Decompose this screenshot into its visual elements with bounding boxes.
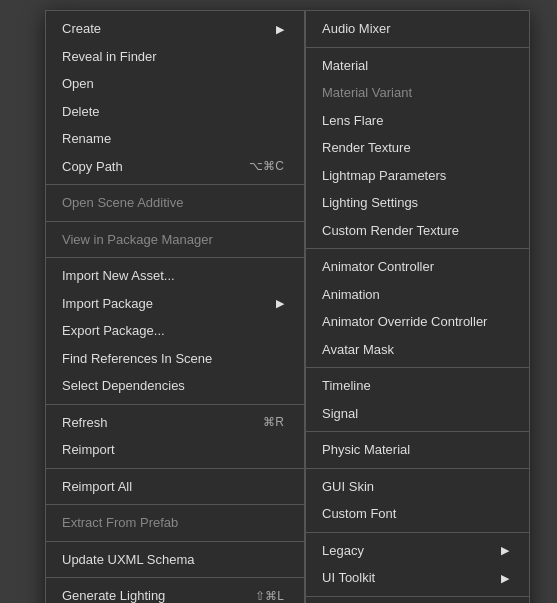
- refresh-shortcut: ⌘R: [263, 413, 284, 431]
- menu-item-extract-from-prefab: Extract From Prefab: [46, 509, 304, 537]
- menu-item-lightmap-parameters[interactable]: Lightmap Parameters: [306, 162, 529, 190]
- menu-item-ui-toolkit[interactable]: UI Toolkit ▶: [306, 564, 529, 592]
- render-texture-label: Render Texture: [322, 138, 411, 158]
- menu-item-import-package[interactable]: Import Package ▶: [46, 290, 304, 318]
- material-label: Material: [322, 56, 368, 76]
- separator-8: [46, 577, 304, 578]
- separator-3: [46, 257, 304, 258]
- menu-item-reveal-finder[interactable]: Reveal in Finder: [46, 43, 304, 71]
- menu-item-create[interactable]: Create ▶: [46, 15, 304, 43]
- menu-item-select-dependencies[interactable]: Select Dependencies: [46, 372, 304, 400]
- menu-item-material[interactable]: Material: [306, 52, 529, 80]
- right-separator-2: [306, 248, 529, 249]
- gui-skin-label: GUI Skin: [322, 477, 374, 497]
- reimport-all-label: Reimport All: [62, 477, 132, 497]
- menu-item-legacy[interactable]: Legacy ▶: [306, 537, 529, 565]
- separator-4: [46, 404, 304, 405]
- material-variant-label: Material Variant: [322, 83, 412, 103]
- import-new-asset-label: Import New Asset...: [62, 266, 175, 286]
- animator-controller-label: Animator Controller: [322, 257, 434, 277]
- menu-item-material-variant: Material Variant: [306, 79, 529, 107]
- right-separator-3: [306, 367, 529, 368]
- reimport-label: Reimport: [62, 440, 115, 460]
- menu-item-signal[interactable]: Signal: [306, 400, 529, 428]
- menu-item-rename[interactable]: Rename: [46, 125, 304, 153]
- lightmap-parameters-label: Lightmap Parameters: [322, 166, 446, 186]
- open-label: Open: [62, 74, 94, 94]
- select-dependencies-label: Select Dependencies: [62, 376, 185, 396]
- menu-item-lens-flare[interactable]: Lens Flare: [306, 107, 529, 135]
- menu-item-update-uxml[interactable]: Update UXML Schema: [46, 546, 304, 574]
- signal-label: Signal: [322, 404, 358, 424]
- menu-item-open[interactable]: Open: [46, 70, 304, 98]
- menu-item-lighting-settings[interactable]: Lighting Settings: [306, 189, 529, 217]
- context-menu-container: Create ▶ Reveal in Finder Open Delete Re…: [45, 10, 530, 603]
- avatar-mask-label: Avatar Mask: [322, 340, 394, 360]
- audio-mixer-label: Audio Mixer: [322, 19, 391, 39]
- copy-path-shortcut: ⌥⌘C: [249, 157, 284, 175]
- menu-item-animator-override[interactable]: Animator Override Controller: [306, 308, 529, 336]
- animator-override-label: Animator Override Controller: [322, 312, 487, 332]
- menu-item-reimport-all[interactable]: Reimport All: [46, 473, 304, 501]
- lens-flare-label: Lens Flare: [322, 111, 383, 131]
- create-label: Create: [62, 19, 101, 39]
- menu-item-view-package: View in Package Manager: [46, 226, 304, 254]
- right-separator-1: [306, 47, 529, 48]
- separator-5: [46, 468, 304, 469]
- menu-item-delete[interactable]: Delete: [46, 98, 304, 126]
- menu-item-physic-material[interactable]: Physic Material: [306, 436, 529, 464]
- import-package-arrow: ▶: [276, 295, 284, 312]
- export-package-label: Export Package...: [62, 321, 165, 341]
- menu-item-copy-path[interactable]: Copy Path ⌥⌘C: [46, 153, 304, 181]
- custom-font-label: Custom Font: [322, 504, 396, 524]
- extract-from-prefab-label: Extract From Prefab: [62, 513, 178, 533]
- menu-item-audio-mixer[interactable]: Audio Mixer: [306, 15, 529, 43]
- ui-toolkit-label: UI Toolkit: [322, 568, 375, 588]
- menu-item-open-scene-additive: Open Scene Additive: [46, 189, 304, 217]
- generate-lighting-label: Generate Lighting: [62, 586, 165, 603]
- find-references-label: Find References In Scene: [62, 349, 212, 369]
- menu-item-custom-font[interactable]: Custom Font: [306, 500, 529, 528]
- view-package-label: View in Package Manager: [62, 230, 213, 250]
- delete-label: Delete: [62, 102, 100, 122]
- menu-item-timeline[interactable]: Timeline: [306, 372, 529, 400]
- custom-render-texture-label: Custom Render Texture: [322, 221, 459, 241]
- timeline-label: Timeline: [322, 376, 371, 396]
- menu-item-animation[interactable]: Animation: [306, 281, 529, 309]
- right-menu-panel: Audio Mixer Material Material Variant Le…: [305, 10, 530, 603]
- create-arrow: ▶: [276, 21, 284, 38]
- copy-path-label: Copy Path: [62, 157, 123, 177]
- ui-toolkit-arrow: ▶: [501, 570, 509, 587]
- menu-item-generate-lighting[interactable]: Generate Lighting ⇧⌘L: [46, 582, 304, 603]
- import-package-label: Import Package: [62, 294, 153, 314]
- generate-lighting-shortcut: ⇧⌘L: [255, 587, 284, 603]
- menu-item-export-package[interactable]: Export Package...: [46, 317, 304, 345]
- physic-material-label: Physic Material: [322, 440, 410, 460]
- left-menu-panel: Create ▶ Reveal in Finder Open Delete Re…: [45, 10, 305, 603]
- legacy-arrow: ▶: [501, 542, 509, 559]
- menu-item-import-new-asset[interactable]: Import New Asset...: [46, 262, 304, 290]
- right-separator-5: [306, 468, 529, 469]
- separator-6: [46, 504, 304, 505]
- rename-label: Rename: [62, 129, 111, 149]
- separator-2: [46, 221, 304, 222]
- open-scene-additive-label: Open Scene Additive: [62, 193, 183, 213]
- menu-item-render-texture[interactable]: Render Texture: [306, 134, 529, 162]
- menu-item-find-references[interactable]: Find References In Scene: [46, 345, 304, 373]
- menu-item-reimport[interactable]: Reimport: [46, 436, 304, 464]
- animation-label: Animation: [322, 285, 380, 305]
- menu-item-animator-controller[interactable]: Animator Controller: [306, 253, 529, 281]
- right-separator-6: [306, 532, 529, 533]
- menu-item-gui-skin[interactable]: GUI Skin: [306, 473, 529, 501]
- separator-1: [46, 184, 304, 185]
- lighting-settings-label: Lighting Settings: [322, 193, 418, 213]
- refresh-label: Refresh: [62, 413, 108, 433]
- legacy-label: Legacy: [322, 541, 364, 561]
- menu-item-refresh[interactable]: Refresh ⌘R: [46, 409, 304, 437]
- right-separator-7: [306, 596, 529, 597]
- separator-7: [46, 541, 304, 542]
- update-uxml-label: Update UXML Schema: [62, 550, 194, 570]
- reveal-finder-label: Reveal in Finder: [62, 47, 157, 67]
- menu-item-avatar-mask[interactable]: Avatar Mask: [306, 336, 529, 364]
- menu-item-custom-render-texture[interactable]: Custom Render Texture: [306, 217, 529, 245]
